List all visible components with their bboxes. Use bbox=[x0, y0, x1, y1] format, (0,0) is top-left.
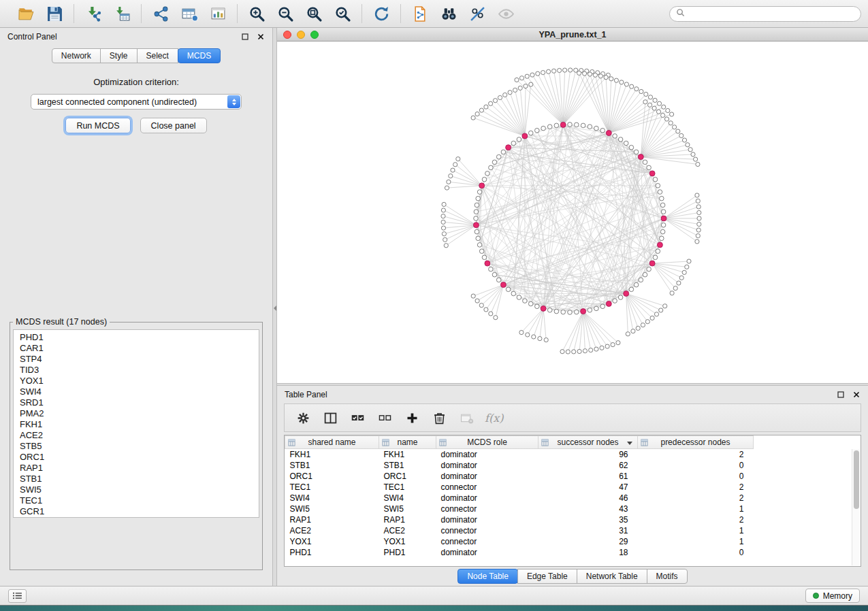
column-header-predecessor-nodes[interactable]: predecessor nodes bbox=[638, 436, 754, 449]
save-icon bbox=[46, 5, 63, 22]
window-close-button[interactable] bbox=[283, 31, 291, 39]
column-header-successor-nodes[interactable]: successor nodes bbox=[539, 436, 638, 449]
mcds-result-item[interactable]: ORC1 bbox=[20, 452, 259, 463]
new-table-button[interactable] bbox=[176, 3, 202, 24]
tab-style[interactable]: Style bbox=[100, 48, 138, 63]
mcds-result-item[interactable]: PHD1 bbox=[20, 332, 259, 343]
vertical-splitter[interactable] bbox=[272, 28, 277, 586]
close-panel-button[interactable]: Close panel bbox=[140, 118, 207, 133]
optimization-dropdown-value: largest connected component (undirected) bbox=[37, 97, 197, 107]
table-cell: 2 bbox=[638, 493, 754, 503]
mcds-result-item[interactable]: STB5 bbox=[20, 441, 259, 452]
table-row[interactable]: SWI5SWI5connector431 bbox=[285, 503, 861, 514]
mcds-result-item[interactable]: SWI5 bbox=[20, 484, 259, 495]
mcds-result-item[interactable]: PMA2 bbox=[20, 408, 259, 419]
tab-network[interactable]: Network bbox=[52, 48, 101, 63]
table-cell: 0 bbox=[638, 471, 754, 482]
status-menu-button[interactable] bbox=[8, 589, 27, 603]
table-cell: 0 bbox=[638, 460, 754, 471]
window-maximize-button[interactable] bbox=[310, 31, 319, 39]
mcds-result-item[interactable]: RAP1 bbox=[20, 463, 259, 474]
float-panel-button[interactable] bbox=[241, 33, 249, 41]
window-minimize-button[interactable] bbox=[297, 31, 305, 39]
table-cell: 1 bbox=[638, 536, 754, 547]
tab-mcds[interactable]: MCDS bbox=[178, 48, 221, 63]
optimization-dropdown[interactable]: largest connected component (undirected) bbox=[31, 94, 242, 110]
table-tab-network-table[interactable]: Network Table bbox=[577, 569, 647, 584]
table-row[interactable]: FKH1FKH1dominator962 bbox=[285, 449, 861, 460]
search-input[interactable] bbox=[689, 9, 854, 18]
share-document-button[interactable] bbox=[407, 3, 433, 24]
float-table-panel-button[interactable] bbox=[837, 391, 845, 399]
table-row[interactable]: TEC1TEC1connector472 bbox=[285, 482, 861, 493]
add-row-button[interactable] bbox=[400, 408, 423, 428]
new-network-button[interactable] bbox=[148, 3, 174, 24]
scrollbar-thumb[interactable] bbox=[854, 450, 859, 509]
zoom-in-button[interactable] bbox=[244, 3, 270, 24]
table-row[interactable]: PHD1PHD1dominator180 bbox=[285, 547, 861, 558]
columns-button[interactable] bbox=[319, 408, 342, 428]
network-canvas[interactable] bbox=[277, 42, 868, 383]
toolbar-group bbox=[141, 4, 237, 23]
delete-row-button[interactable] bbox=[428, 408, 451, 428]
table-tab-node-table[interactable]: Node Table bbox=[457, 569, 518, 584]
attribute-grid-icon bbox=[382, 439, 389, 448]
columns-icon bbox=[323, 411, 338, 425]
tab-select[interactable]: Select bbox=[137, 48, 178, 63]
table-cell: SWI4 bbox=[379, 493, 436, 503]
column-header-name[interactable]: name bbox=[379, 436, 436, 449]
mcds-result-item[interactable]: TEC1 bbox=[20, 495, 259, 506]
open-file-button[interactable] bbox=[13, 3, 39, 24]
close-table-panel-icon[interactable] bbox=[852, 391, 861, 399]
table-row[interactable]: YOX1YOX1connector291 bbox=[285, 536, 861, 547]
table-row[interactable]: SWI4SWI4dominator462 bbox=[285, 493, 861, 503]
gear-button[interactable] bbox=[291, 408, 315, 428]
zoom-out-button[interactable] bbox=[272, 3, 298, 24]
select-all-button[interactable] bbox=[346, 408, 369, 428]
table-row[interactable]: ORC1ORC1dominator610 bbox=[285, 471, 861, 482]
export-image-button[interactable] bbox=[205, 3, 231, 24]
mcds-result-item[interactable]: TID3 bbox=[20, 365, 259, 376]
table-cell: PHD1 bbox=[285, 547, 379, 558]
table-tab-motifs[interactable]: Motifs bbox=[647, 569, 688, 584]
mcds-result-item[interactable]: STB1 bbox=[20, 474, 259, 484]
mcds-result-item[interactable]: GCR1 bbox=[20, 506, 259, 517]
table-tab-edge-table[interactable]: Edge Table bbox=[517, 569, 577, 584]
import-network-button[interactable] bbox=[80, 3, 106, 24]
mcds-result-title: MCDS result (17 nodes) bbox=[13, 317, 110, 327]
table-cell: ORC1 bbox=[379, 471, 436, 482]
mcds-result-item[interactable]: YOX1 bbox=[20, 376, 259, 386]
table-row[interactable]: ACE2ACE2connector311 bbox=[285, 525, 861, 536]
run-mcds-button[interactable]: Run MCDS bbox=[65, 118, 130, 133]
zoom-selected-icon bbox=[334, 5, 351, 22]
column-header-MCDS-role[interactable]: MCDS role bbox=[436, 436, 539, 449]
mcds-buttons: Run MCDS Close panel bbox=[0, 118, 272, 133]
deselect-all-button[interactable] bbox=[373, 408, 396, 428]
search-network-icon bbox=[440, 5, 457, 22]
mcds-result-item[interactable]: SWI4 bbox=[20, 386, 259, 397]
refresh-button[interactable] bbox=[368, 3, 394, 24]
table-cell: dominator bbox=[436, 514, 539, 525]
table-row[interactable]: RAP1RAP1dominator352 bbox=[285, 514, 861, 525]
column-header-shared-name[interactable]: shared name bbox=[285, 436, 379, 449]
mcds-result-item[interactable]: SRD1 bbox=[20, 397, 259, 408]
search-network-button[interactable] bbox=[436, 3, 462, 24]
mcds-result-item[interactable]: ACE2 bbox=[20, 430, 259, 441]
close-icon[interactable] bbox=[257, 33, 265, 41]
zoom-selected-button[interactable] bbox=[329, 3, 355, 24]
table-row[interactable]: STB1STB1dominator620 bbox=[285, 460, 861, 471]
hide-details-button[interactable] bbox=[464, 3, 490, 24]
zoom-fit-button[interactable] bbox=[301, 3, 327, 24]
mcds-result-item[interactable]: STP4 bbox=[20, 354, 259, 365]
memory-button[interactable]: Memory bbox=[805, 589, 860, 603]
share-document-icon bbox=[412, 5, 429, 22]
import-table-button[interactable] bbox=[109, 3, 135, 24]
gear-icon bbox=[296, 411, 310, 425]
main-area: Control Panel NetworkStyleSelectMCDS Opt… bbox=[0, 28, 868, 586]
mcds-result-list[interactable]: PHD1CAR1STP4TID3YOX1SWI4SRD1PMA2FKH1ACE2… bbox=[13, 329, 259, 518]
mcds-result-item[interactable]: CAR1 bbox=[20, 343, 259, 354]
table-cell: 61 bbox=[539, 471, 638, 482]
save-button[interactable] bbox=[42, 3, 67, 24]
table-tabs: Node TableEdge TableNetwork TableMotifs bbox=[277, 567, 868, 586]
mcds-result-item[interactable]: FKH1 bbox=[20, 419, 259, 430]
